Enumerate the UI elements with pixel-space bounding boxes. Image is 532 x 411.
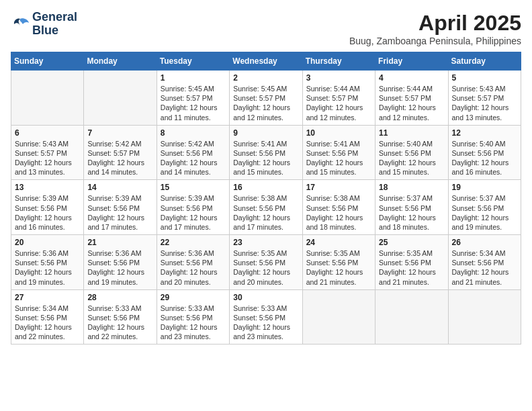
calendar-cell: 23Sunrise: 5:35 AMSunset: 5:56 PMDayligh… <box>230 235 302 290</box>
calendar-header-row: SundayMondayTuesdayWednesdayThursdayFrid… <box>11 52 521 71</box>
logo-icon <box>11 16 30 32</box>
day-number: 12 <box>452 128 517 138</box>
calendar-cell: 22Sunrise: 5:36 AMSunset: 5:56 PMDayligh… <box>157 235 229 290</box>
day-info: Sunrise: 5:35 AMSunset: 5:56 PMDaylight:… <box>379 248 444 287</box>
day-info: Sunrise: 5:42 AMSunset: 5:56 PMDaylight:… <box>161 139 226 177</box>
month-title: April 2025 <box>349 11 521 36</box>
calendar-cell: 30Sunrise: 5:33 AMSunset: 5:56 PMDayligh… <box>230 289 302 345</box>
calendar-cell <box>84 71 157 126</box>
day-number: 17 <box>306 183 371 192</box>
day-number: 23 <box>233 238 298 247</box>
calendar-cell: 4Sunrise: 5:44 AMSunset: 5:57 PMDaylight… <box>375 71 448 126</box>
day-info: Sunrise: 5:43 AMSunset: 5:57 PMDaylight:… <box>15 139 80 177</box>
calendar-cell <box>448 289 521 345</box>
day-number: 3 <box>306 73 371 83</box>
calendar-week-row: 27Sunrise: 5:34 AMSunset: 5:56 PMDayligh… <box>11 289 521 345</box>
calendar-cell: 15Sunrise: 5:39 AMSunset: 5:56 PMDayligh… <box>157 180 229 235</box>
day-number: 16 <box>233 183 298 192</box>
day-number: 18 <box>379 183 444 192</box>
day-number: 21 <box>87 238 152 247</box>
calendar-cell: 12Sunrise: 5:40 AMSunset: 5:56 PMDayligh… <box>448 125 521 180</box>
day-number: 15 <box>161 183 226 192</box>
weekday-header-wednesday: Wednesday <box>230 52 302 71</box>
day-info: Sunrise: 5:36 AMSunset: 5:56 PMDaylight:… <box>87 248 152 287</box>
day-info: Sunrise: 5:34 AMSunset: 5:56 PMDaylight:… <box>452 248 517 287</box>
calendar-week-row: 13Sunrise: 5:39 AMSunset: 5:56 PMDayligh… <box>11 180 521 235</box>
day-info: Sunrise: 5:40 AMSunset: 5:56 PMDaylight:… <box>379 139 444 177</box>
calendar-cell: 19Sunrise: 5:37 AMSunset: 5:56 PMDayligh… <box>448 180 521 235</box>
calendar-cell: 2Sunrise: 5:45 AMSunset: 5:57 PMDaylight… <box>230 71 302 126</box>
day-number: 9 <box>233 128 298 138</box>
day-number: 8 <box>161 128 226 138</box>
calendar-cell: 17Sunrise: 5:38 AMSunset: 5:56 PMDayligh… <box>302 180 375 235</box>
weekday-header-thursday: Thursday <box>302 52 375 71</box>
day-info: Sunrise: 5:35 AMSunset: 5:56 PMDaylight:… <box>306 248 371 287</box>
calendar-week-row: 20Sunrise: 5:36 AMSunset: 5:56 PMDayligh… <box>11 235 521 290</box>
calendar-cell: 1Sunrise: 5:45 AMSunset: 5:57 PMDaylight… <box>157 71 229 126</box>
calendar-cell <box>302 289 375 345</box>
weekday-header-friday: Friday <box>375 52 448 71</box>
day-number: 22 <box>161 238 226 247</box>
day-number: 7 <box>87 128 152 138</box>
day-number: 14 <box>87 183 152 192</box>
day-info: Sunrise: 5:41 AMSunset: 5:56 PMDaylight:… <box>233 139 298 177</box>
calendar-cell: 9Sunrise: 5:41 AMSunset: 5:56 PMDaylight… <box>230 125 302 180</box>
weekday-header-monday: Monday <box>84 52 157 71</box>
calendar-cell: 3Sunrise: 5:44 AMSunset: 5:57 PMDaylight… <box>302 71 375 126</box>
day-info: Sunrise: 5:33 AMSunset: 5:56 PMDaylight:… <box>233 304 298 342</box>
day-info: Sunrise: 5:39 AMSunset: 5:56 PMDaylight:… <box>15 193 80 232</box>
weekday-header-sunday: Sunday <box>11 52 84 71</box>
day-info: Sunrise: 5:43 AMSunset: 5:57 PMDaylight:… <box>452 84 517 122</box>
day-number: 27 <box>15 293 80 302</box>
weekday-header-saturday: Saturday <box>448 52 521 71</box>
calendar-cell: 5Sunrise: 5:43 AMSunset: 5:57 PMDaylight… <box>448 71 521 126</box>
calendar-cell: 16Sunrise: 5:38 AMSunset: 5:56 PMDayligh… <box>230 180 302 235</box>
calendar-cell: 11Sunrise: 5:40 AMSunset: 5:56 PMDayligh… <box>375 125 448 180</box>
day-number: 10 <box>306 128 371 138</box>
day-number: 13 <box>15 183 80 192</box>
calendar-cell <box>375 289 448 345</box>
calendar-cell: 13Sunrise: 5:39 AMSunset: 5:56 PMDayligh… <box>11 180 84 235</box>
calendar-cell: 21Sunrise: 5:36 AMSunset: 5:56 PMDayligh… <box>84 235 157 290</box>
day-info: Sunrise: 5:38 AMSunset: 5:56 PMDaylight:… <box>233 193 298 232</box>
day-number: 25 <box>379 238 444 247</box>
day-number: 2 <box>233 73 298 83</box>
day-info: Sunrise: 5:42 AMSunset: 5:57 PMDaylight:… <box>87 139 152 177</box>
calendar-cell: 8Sunrise: 5:42 AMSunset: 5:56 PMDaylight… <box>157 125 229 180</box>
day-info: Sunrise: 5:37 AMSunset: 5:56 PMDaylight:… <box>379 193 444 232</box>
day-info: Sunrise: 5:34 AMSunset: 5:56 PMDaylight:… <box>15 304 80 342</box>
calendar-cell: 29Sunrise: 5:33 AMSunset: 5:56 PMDayligh… <box>157 289 229 345</box>
calendar-cell: 26Sunrise: 5:34 AMSunset: 5:56 PMDayligh… <box>448 235 521 290</box>
day-info: Sunrise: 5:38 AMSunset: 5:56 PMDaylight:… <box>306 193 371 232</box>
day-number: 20 <box>15 238 80 247</box>
day-info: Sunrise: 5:44 AMSunset: 5:57 PMDaylight:… <box>379 84 444 122</box>
day-info: Sunrise: 5:45 AMSunset: 5:57 PMDaylight:… <box>233 84 298 122</box>
calendar-cell: 6Sunrise: 5:43 AMSunset: 5:57 PMDaylight… <box>11 125 84 180</box>
calendar-table: SundayMondayTuesdayWednesdayThursdayFrid… <box>11 52 521 345</box>
day-number: 19 <box>452 183 517 192</box>
logo-text: General Blue <box>32 11 77 38</box>
logo: General Blue <box>11 11 77 38</box>
day-info: Sunrise: 5:41 AMSunset: 5:56 PMDaylight:… <box>306 139 371 177</box>
day-number: 6 <box>15 128 80 138</box>
day-number: 26 <box>452 238 517 247</box>
calendar-cell: 25Sunrise: 5:35 AMSunset: 5:56 PMDayligh… <box>375 235 448 290</box>
title-block: April 2025 Buug, Zamboanga Peninsula, Ph… <box>349 11 521 46</box>
weekday-header-tuesday: Tuesday <box>157 52 229 71</box>
day-info: Sunrise: 5:35 AMSunset: 5:56 PMDaylight:… <box>233 248 298 287</box>
day-number: 28 <box>87 293 152 302</box>
day-number: 1 <box>161 73 226 83</box>
day-number: 5 <box>452 73 517 83</box>
calendar-week-row: 6Sunrise: 5:43 AMSunset: 5:57 PMDaylight… <box>11 125 521 180</box>
calendar-cell: 14Sunrise: 5:39 AMSunset: 5:56 PMDayligh… <box>84 180 157 235</box>
day-info: Sunrise: 5:33 AMSunset: 5:56 PMDaylight:… <box>87 304 152 342</box>
day-info: Sunrise: 5:39 AMSunset: 5:56 PMDaylight:… <box>87 193 152 232</box>
calendar-cell: 24Sunrise: 5:35 AMSunset: 5:56 PMDayligh… <box>302 235 375 290</box>
day-info: Sunrise: 5:39 AMSunset: 5:56 PMDaylight:… <box>161 193 226 232</box>
day-number: 30 <box>233 293 298 302</box>
calendar-cell: 20Sunrise: 5:36 AMSunset: 5:56 PMDayligh… <box>11 235 84 290</box>
day-info: Sunrise: 5:44 AMSunset: 5:57 PMDaylight:… <box>306 84 371 122</box>
day-number: 11 <box>379 128 444 138</box>
calendar-cell: 27Sunrise: 5:34 AMSunset: 5:56 PMDayligh… <box>11 289 84 345</box>
day-info: Sunrise: 5:36 AMSunset: 5:56 PMDaylight:… <box>161 248 226 287</box>
